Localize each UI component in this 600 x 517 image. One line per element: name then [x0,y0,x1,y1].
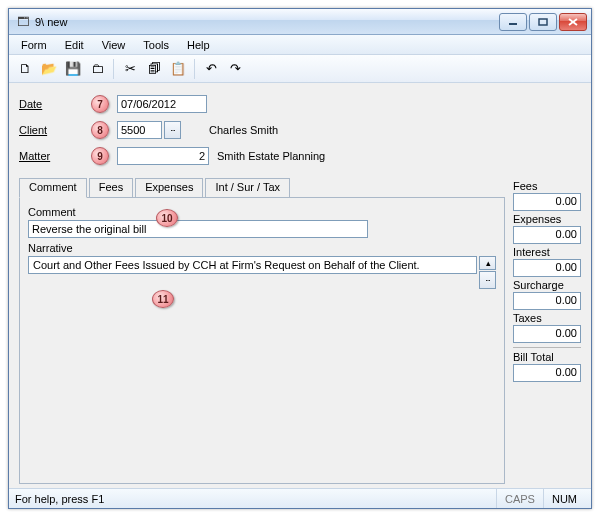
menubar: Form Edit View Tools Help [9,35,591,55]
undo-icon[interactable]: ↶ [201,59,221,79]
value-side-fees: 0.00 [513,193,581,211]
maximize-button[interactable] [529,13,557,31]
app-icon: 🗔 [15,14,31,30]
value-side-surcharge: 0.00 [513,292,581,310]
narrative-input[interactable] [28,256,477,274]
label-client: Client [19,124,77,136]
value-side-taxes: 0.00 [513,325,581,343]
menu-help[interactable]: Help [179,37,218,53]
label-side-fees: Fees [513,180,581,192]
mid-row: Comment Fees Expenses Int / Sur / Tax Co… [19,177,581,484]
status-caps: CAPS [496,489,543,508]
client-name: Charles Smith [209,124,278,136]
narrative-up-button[interactable]: ▴ [479,256,496,270]
form-body: Date 7 Client 8 ··· Charles Smith Matter… [9,83,591,488]
label-matter: Matter [19,150,77,162]
date-input[interactable] [117,95,207,113]
value-side-expenses: 0.00 [513,226,581,244]
app-window: 🗔 9\ new Form Edit View Tools Help 🗋 📂 💾… [8,8,592,509]
redo-icon[interactable]: ↷ [225,59,245,79]
paste-icon[interactable]: 📋 [168,59,188,79]
status-num: NUM [543,489,585,508]
toolbar-separator [113,59,114,79]
matter-name: Smith Estate Planning [217,150,325,162]
svg-rect-1 [539,19,547,25]
label-comment: Comment [28,206,496,218]
annotation-9: 9 [91,147,109,165]
menu-edit[interactable]: Edit [57,37,92,53]
label-side-expenses: Expenses [513,213,581,225]
new-icon[interactable]: 🗋 [15,59,35,79]
titlebar: 🗔 9\ new [9,9,591,35]
tab-body-comment: Comment 10 Narrative ▴ ··· 11 [19,197,505,484]
statusbar: For help, press F1 CAPS NUM [9,488,591,508]
toolbar-separator [194,59,195,79]
value-side-interest: 0.00 [513,259,581,277]
copy-icon[interactable]: 🗐 [144,59,164,79]
tab-expenses[interactable]: Expenses [135,178,203,198]
matter-code-input[interactable] [117,147,209,165]
row-matter: Matter 9 Smith Estate Planning [19,145,581,167]
label-date: Date [19,98,77,110]
side-divider [513,347,581,348]
status-help: For help, press F1 [15,493,104,505]
annotation-11: 11 [152,290,174,308]
folder-icon[interactable]: 🗀 [87,59,107,79]
label-side-interest: Interest [513,246,581,258]
row-client: Client 8 ··· Charles Smith [19,119,581,141]
client-lookup-button[interactable]: ··· [164,121,181,139]
toolbar: 🗋 📂 💾 🗀 ✂ 🗐 📋 ↶ ↷ [9,55,591,83]
minimize-button[interactable] [499,13,527,31]
row-date: Date 7 [19,93,581,115]
narrative-container: ▴ ··· 11 [28,256,496,475]
left-panel: Comment Fees Expenses Int / Sur / Tax Co… [19,177,505,484]
tab-comment[interactable]: Comment [19,178,87,198]
narrative-lookup-button[interactable]: ··· [479,271,496,289]
cut-icon[interactable]: ✂ [120,59,140,79]
open-icon[interactable]: 📂 [39,59,59,79]
side-panel: Fees 0.00 Expenses 0.00 Interest 0.00 Su… [513,177,581,484]
label-narrative: Narrative [28,242,496,254]
menu-tools[interactable]: Tools [135,37,177,53]
label-side-surcharge: Surcharge [513,279,581,291]
client-code-input[interactable] [117,121,162,139]
window-buttons [499,13,587,31]
comment-row: 10 [28,220,496,238]
annotation-10: 10 [156,209,178,227]
comment-input[interactable] [28,220,368,238]
menu-form[interactable]: Form [13,37,55,53]
annotation-7: 7 [91,95,109,113]
tab-fees[interactable]: Fees [89,178,133,198]
window-title: 9\ new [35,16,499,28]
tabs: Comment Fees Expenses Int / Sur / Tax [19,177,505,197]
value-side-total: 0.00 [513,364,581,382]
label-side-total: Bill Total [513,351,581,363]
save-icon[interactable]: 💾 [63,59,83,79]
menu-view[interactable]: View [94,37,134,53]
label-side-taxes: Taxes [513,312,581,324]
close-button[interactable] [559,13,587,31]
tab-intsurtax[interactable]: Int / Sur / Tax [205,178,290,198]
annotation-8: 8 [91,121,109,139]
